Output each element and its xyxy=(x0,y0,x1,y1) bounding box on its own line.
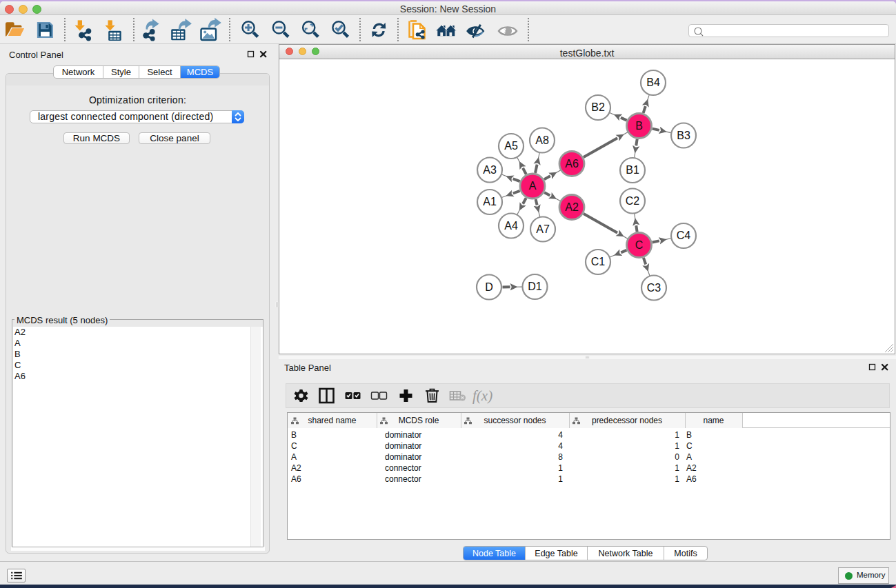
svg-text:A5: A5 xyxy=(504,140,518,152)
svg-text:D: D xyxy=(485,281,493,293)
svg-text:C2: C2 xyxy=(626,195,640,207)
svg-text:C1: C1 xyxy=(591,256,606,267)
svg-text:A6: A6 xyxy=(565,158,579,170)
svg-text:B1: B1 xyxy=(626,164,639,176)
svg-text:A3: A3 xyxy=(483,164,497,176)
svg-text:B4: B4 xyxy=(646,77,660,88)
svg-text:B: B xyxy=(635,120,643,132)
svg-text:D1: D1 xyxy=(528,281,542,292)
svg-text:A1: A1 xyxy=(483,196,497,207)
svg-text:C3: C3 xyxy=(647,282,661,294)
svg-text:A7: A7 xyxy=(536,223,550,235)
svg-text:A4: A4 xyxy=(504,220,518,232)
svg-text:A2: A2 xyxy=(565,201,579,213)
svg-text:A: A xyxy=(529,180,537,192)
svg-text:B3: B3 xyxy=(677,130,690,141)
svg-text:C: C xyxy=(635,239,644,251)
svg-text:B2: B2 xyxy=(591,101,605,113)
svg-text:f(x): f(x) xyxy=(472,387,492,404)
svg-text:A8: A8 xyxy=(535,134,549,146)
svg-text:C4: C4 xyxy=(677,230,691,241)
